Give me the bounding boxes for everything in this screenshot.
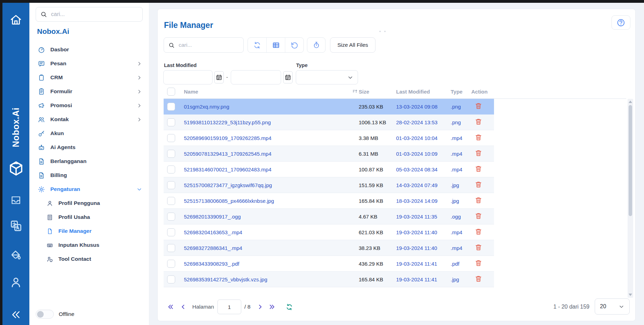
home-icon[interactable] bbox=[2, 13, 29, 26]
sidebar-item-pengaturan[interactable]: Pengaturan bbox=[29, 182, 149, 196]
collapse-sidebar-icon[interactable] bbox=[2, 309, 29, 320]
table-search[interactable] bbox=[164, 37, 244, 53]
previous-page-button[interactable] bbox=[180, 303, 187, 310]
table-row[interactable]: 521983146070021_1709602483.mp4100.87 KB0… bbox=[164, 162, 494, 177]
delete-file-button[interactable] bbox=[474, 118, 482, 126]
inbox-tray-icon[interactable] bbox=[2, 194, 29, 206]
file-name-link[interactable]: 526983204163653_.mp4 bbox=[184, 229, 242, 235]
sync-button[interactable] bbox=[248, 38, 266, 52]
row-checkbox[interactable] bbox=[167, 165, 175, 173]
sidebar-item-kontak[interactable]: Kontak bbox=[29, 112, 149, 126]
sidebar-item-promosi[interactable]: Promosi bbox=[29, 98, 149, 112]
row-checkbox[interactable] bbox=[167, 244, 175, 252]
translate-icon[interactable] bbox=[2, 219, 29, 232]
select-all-checkbox[interactable] bbox=[167, 88, 175, 96]
table-row[interactable]: 526983204163653_.mp4621.03 KB19-03-2024 … bbox=[164, 224, 494, 240]
table-row[interactable]: 526982013390917_.ogg4.67 KB19-03-2024 11… bbox=[164, 209, 494, 224]
sidebar-search[interactable] bbox=[36, 7, 143, 22]
file-name-link[interactable]: 521983146070021_1709602483.mp4 bbox=[184, 167, 271, 172]
table-row[interactable]: 525157138006085_px4666lxknbse.jpg165.84 … bbox=[164, 193, 494, 209]
table-row[interactable]: 520589690159109_1709262285.mp43.38 MB01-… bbox=[164, 130, 494, 146]
table-row[interactable]: 526983272886341_.mp438.23 KB19-03-2024 1… bbox=[164, 240, 494, 256]
table-view-button[interactable] bbox=[266, 38, 285, 52]
delete-file-button[interactable] bbox=[474, 228, 482, 236]
first-page-button[interactable] bbox=[167, 303, 174, 310]
size-all-files-button[interactable]: Size All Files bbox=[330, 37, 375, 53]
delete-file-button[interactable] bbox=[474, 133, 482, 141]
last-page-button[interactable] bbox=[269, 303, 276, 310]
help-button[interactable] bbox=[611, 15, 630, 30]
file-name-link[interactable]: 525157008273477_igzgkswif67qq.jpg bbox=[184, 182, 272, 188]
table-row[interactable]: 526983433908293_.pdf436.29 KB19-03-2024 … bbox=[164, 256, 494, 272]
sidebar-item-profil-pengguna[interactable]: Profil Pengguna bbox=[29, 196, 149, 210]
table-row[interactable]: 526983539142725_vbbvjstk.vzs.jpg165.84 K… bbox=[164, 272, 494, 287]
sidebar-item-profil-usaha[interactable]: Profil Usaha bbox=[29, 210, 149, 224]
sidebar-item-pesan[interactable]: Pesan bbox=[29, 57, 149, 71]
calendar-from-button[interactable] bbox=[214, 71, 224, 83]
delete-file-button[interactable] bbox=[474, 165, 482, 173]
file-name-link[interactable]: 520589690159109_1709262285.mp4 bbox=[184, 135, 271, 141]
delete-file-button[interactable] bbox=[474, 102, 482, 110]
table-search-input[interactable] bbox=[178, 42, 239, 49]
delete-file-button[interactable] bbox=[474, 275, 482, 283]
row-checkbox[interactable] bbox=[167, 150, 175, 158]
row-checkbox[interactable] bbox=[167, 103, 175, 111]
sidebar-item-billing[interactable]: Billing bbox=[29, 168, 149, 182]
row-checkbox[interactable] bbox=[167, 260, 175, 268]
row-checkbox[interactable] bbox=[167, 134, 175, 142]
offline-toggle[interactable] bbox=[36, 310, 54, 319]
delete-file-button[interactable] bbox=[474, 196, 482, 204]
sidebar-item-berlangganan[interactable]: Berlangganan bbox=[29, 154, 149, 168]
table-row[interactable]: 519938110132229_53j11bzy.p55.png1006.13 … bbox=[164, 115, 494, 130]
sidebar-item-inputan-khusus[interactable]: Inputan Khusus bbox=[29, 238, 149, 252]
delete-file-button[interactable] bbox=[474, 149, 482, 157]
row-checkbox[interactable] bbox=[167, 275, 175, 283]
row-checkbox[interactable] bbox=[167, 228, 175, 236]
calendar-to-button[interactable] bbox=[283, 71, 293, 83]
file-name-link[interactable]: 526983539142725_vbbvjstk.vzs.jpg bbox=[184, 276, 267, 282]
table-row[interactable]: 525157008273477_igzgkswif67qq.jpg151.59 … bbox=[164, 177, 494, 193]
file-name-link[interactable]: 526983433908293_.pdf bbox=[184, 261, 239, 267]
type-filter-select[interactable] bbox=[296, 70, 358, 84]
sidebar-item-formulir[interactable]: Formulir bbox=[29, 84, 149, 98]
scrollbar-thumb[interactable] bbox=[629, 105, 632, 216]
sidebar-item-file-manager[interactable]: File Manager bbox=[29, 224, 149, 238]
profile-icon[interactable] bbox=[2, 276, 29, 289]
sidebar-item-dasbor[interactable]: Dasbor bbox=[29, 43, 149, 57]
file-name-link[interactable]: 526982013390917_.ogg bbox=[184, 214, 241, 220]
sidebar-item-tool-contact[interactable]: Tool Contact bbox=[29, 252, 149, 266]
file-name-link[interactable]: 525157138006085_px4666lxknbse.jpg bbox=[184, 198, 274, 204]
scroll-up-arrow[interactable] bbox=[629, 101, 632, 103]
scroll-down-arrow[interactable] bbox=[629, 294, 632, 296]
delete-file-button[interactable] bbox=[474, 259, 482, 267]
delete-file-button[interactable] bbox=[474, 243, 482, 251]
date-to-input[interactable] bbox=[231, 70, 281, 84]
reset-button[interactable] bbox=[285, 38, 303, 52]
refresh-table-button[interactable] bbox=[286, 303, 293, 311]
row-checkbox[interactable] bbox=[167, 118, 175, 126]
row-checkbox[interactable] bbox=[167, 197, 175, 205]
page-size-select[interactable]: 20 bbox=[595, 298, 630, 315]
table-row[interactable]: 520590781329413_1709262545.mp46.31 MB01-… bbox=[164, 146, 494, 162]
table-scrollbar[interactable] bbox=[628, 99, 633, 298]
row-checkbox[interactable] bbox=[167, 213, 175, 221]
file-name-link[interactable]: 519938110132229_53j11bzy.p55.png bbox=[184, 119, 271, 125]
table-row[interactable]: 01sgm2xq.nmy.png235.03 KB13-03-2024 09:0… bbox=[164, 99, 494, 115]
stopwatch-button[interactable] bbox=[307, 37, 325, 53]
row-checkbox[interactable] bbox=[167, 181, 175, 189]
file-name-link[interactable]: 520590781329413_1709262545.mp4 bbox=[184, 151, 271, 157]
file-name-link[interactable]: 526983272886341_.mp4 bbox=[184, 245, 242, 251]
delete-file-button[interactable] bbox=[474, 180, 482, 189]
theme-paint-icon[interactable] bbox=[2, 249, 29, 261]
sidebar-item-ai-agents[interactable]: Ai Agents bbox=[29, 140, 149, 154]
sort-icon[interactable] bbox=[352, 89, 358, 95]
file-name-link[interactable]: 01sgm2xq.nmy.png bbox=[184, 104, 229, 110]
nobox-cube-logo-icon[interactable] bbox=[2, 160, 29, 177]
sidebar-search-input[interactable] bbox=[50, 11, 138, 18]
date-from-input[interactable] bbox=[163, 70, 213, 84]
delete-file-button[interactable] bbox=[474, 212, 482, 220]
next-page-button[interactable] bbox=[257, 303, 264, 310]
page-number-input[interactable] bbox=[217, 300, 241, 314]
sidebar-item-akun[interactable]: Akun bbox=[29, 126, 149, 140]
sidebar-item-crm[interactable]: CRM bbox=[29, 71, 149, 84]
